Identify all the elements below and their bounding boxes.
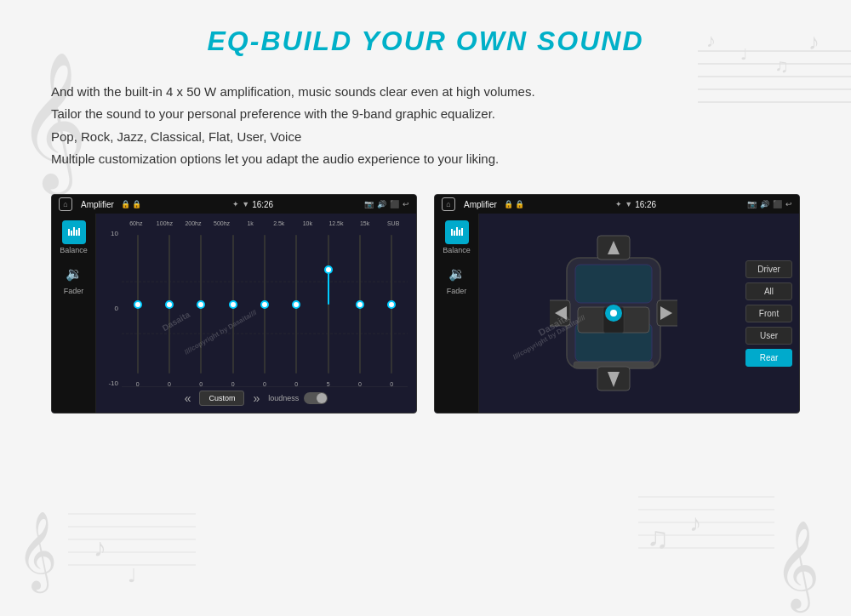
home-button[interactable]: ⌂ (59, 197, 72, 211)
freq-200hz: 200hz (181, 220, 205, 226)
eq-icon[interactable] (62, 220, 86, 244)
eq-slider-12.5k[interactable]: 0 (344, 230, 375, 387)
desc-line-4: Multiple customization options let you a… (51, 148, 808, 170)
rear-button[interactable]: Rear (745, 349, 792, 367)
all-button[interactable]: All (745, 282, 792, 300)
svg-rect-37 (461, 228, 463, 236)
freq-12-5k: 12.5k (324, 220, 348, 226)
sidebar-fader-item[interactable]: 🔉 Fader (62, 261, 86, 295)
svg-rect-29 (78, 228, 80, 236)
svg-text:♫: ♫ (647, 521, 669, 554)
balance-label: Balance (60, 246, 88, 254)
eq-thumb-3[interactable] (229, 300, 237, 309)
eq-slider-1k[interactable]: 0 (248, 230, 280, 387)
eq-slider-200hz[interactable]: 0 (186, 230, 217, 387)
status-left-right: ⌂ Amplifier 🔒 🔒 (442, 197, 524, 211)
eq-slider-500hz[interactable]: 0 (217, 230, 248, 387)
eq-slider-15k[interactable]: 0 (376, 230, 408, 387)
fader-label-right: Fader (447, 287, 467, 295)
eq-value-1: 0 (168, 381, 171, 387)
driver-button[interactable]: Driver (745, 260, 792, 278)
screen-body-left: Balance 🔉 Fader 60hz 100hz 200hz (52, 214, 416, 413)
eq-slider-100hz[interactable]: 0 (153, 230, 185, 387)
fader-screen: ⌂ Amplifier 🔒 🔒 ✦ ▼ 16:26 📷 🔊 ⬛ ↩ (434, 194, 800, 414)
eq-thumb-4[interactable] (260, 300, 269, 309)
eq-thumb-0[interactable] (134, 300, 142, 309)
camera-icon: 📷 (364, 200, 374, 208)
preset-buttons: Driver All Front User Rear (745, 219, 792, 408)
lock-icon-left: 🔒 🔒 (121, 200, 142, 208)
eq-icon-right[interactable] (445, 220, 469, 244)
home-icon-right: ⌂ (446, 200, 450, 208)
eq-slider-10k[interactable]: 5 (312, 230, 344, 387)
desc-line-2: Tailor the sound to your personal prefer… (51, 103, 808, 125)
front-button[interactable]: Front (745, 305, 792, 322)
svg-rect-36 (459, 230, 460, 236)
y-minus10: -10 (105, 379, 118, 387)
eq-thumb-1[interactable] (165, 300, 174, 309)
freq-60hz: 60hz (124, 220, 148, 226)
freq-10k: 10k (295, 220, 319, 226)
eq-sliders: 000000500 (122, 230, 408, 387)
eq-thumb-8[interactable] (387, 300, 396, 309)
svg-text:♩: ♩ (128, 565, 136, 586)
eq-value-6: 5 (327, 381, 330, 387)
eq-value-0: 0 (136, 381, 140, 387)
svg-rect-34 (454, 231, 455, 236)
eq-thumb-2[interactable] (197, 300, 205, 309)
svg-rect-39 (575, 265, 652, 303)
svg-rect-27 (73, 227, 75, 236)
svg-rect-26 (71, 231, 72, 236)
home-icon: ⌂ (63, 200, 67, 208)
status-left: ⌂ Amplifier 🔒 🔒 (59, 197, 141, 211)
home-button-right[interactable]: ⌂ (442, 197, 455, 211)
y-labels: 10 0 -10 (105, 230, 118, 387)
next-preset-arrow[interactable]: » (253, 391, 260, 405)
svg-text:♪: ♪ (94, 533, 106, 562)
eq-value-5: 0 (294, 381, 298, 387)
svg-point-54 (610, 310, 617, 317)
svg-text:♪: ♪ (689, 510, 701, 536)
y-0: 0 (105, 305, 118, 312)
fader-label: Fader (64, 287, 84, 295)
fader-content: Driver All Front User Rear (479, 214, 799, 413)
speaker-icon-right: 🔉 (448, 265, 465, 282)
bt-icon-right: ✦ (615, 200, 622, 208)
sidebar-eq-item[interactable]: Balance (60, 220, 88, 254)
lock-icon-right: 🔒 🔒 (504, 200, 525, 208)
eq-thumb-7[interactable] (356, 300, 364, 309)
sidebar-eq-right[interactable]: Balance (443, 220, 471, 254)
loudness-row: loudness (268, 392, 328, 404)
status-center-right: ✦ ▼ 16:26 (615, 200, 656, 209)
fader-icon[interactable]: 🔉 (62, 261, 86, 285)
camera-icon-right: 📷 (747, 200, 757, 208)
status-time-left: 16:26 (252, 200, 273, 209)
preset-button[interactable]: Custom (199, 391, 244, 406)
loudness-toggle[interactable] (304, 392, 328, 404)
bt-icon: ✦ (232, 200, 239, 208)
screenshots-row: ⌂ Amplifier 🔒 🔒 ✦ ▼ 16:26 📷 🔊 ⬛ ↩ (43, 194, 808, 414)
eq-value-7: 0 (358, 381, 362, 387)
status-bar-right: ⌂ Amplifier 🔒 🔒 ✦ ▼ 16:26 📷 🔊 ⬛ ↩ (435, 195, 799, 214)
eq-thumb-5[interactable] (292, 300, 300, 309)
vol-icon: 🔊 (377, 200, 386, 208)
eq-bottom-controls: « Custom » loudness (105, 391, 408, 406)
speaker-icon: 🔉 (66, 265, 83, 282)
freq-500hz: 500hz (210, 220, 234, 226)
eq-thumb-6[interactable] (324, 265, 333, 274)
eq-fill-6 (328, 270, 329, 305)
fader-icon-right[interactable]: 🔉 (445, 261, 469, 285)
expand-icon-right: ⬛ (773, 200, 782, 208)
back-icon-right: ↩ (785, 200, 792, 208)
eq-slider-2.5k[interactable]: 0 (281, 230, 312, 387)
sidebar-fader-right[interactable]: 🔉 Fader (445, 261, 469, 295)
svg-rect-35 (456, 227, 458, 236)
prev-preset-arrow[interactable]: « (185, 391, 191, 405)
expand-icon: ⬛ (390, 200, 399, 208)
sidebar-left: Balance 🔉 Fader (52, 214, 96, 413)
toggle-knob (317, 393, 327, 403)
eq-slider-60hz[interactable]: 0 (122, 230, 153, 387)
description-block: And with the built-in 4 x 50 W amplifica… (43, 81, 808, 170)
status-time-right: 16:26 (635, 200, 656, 209)
user-button[interactable]: User (745, 327, 792, 345)
